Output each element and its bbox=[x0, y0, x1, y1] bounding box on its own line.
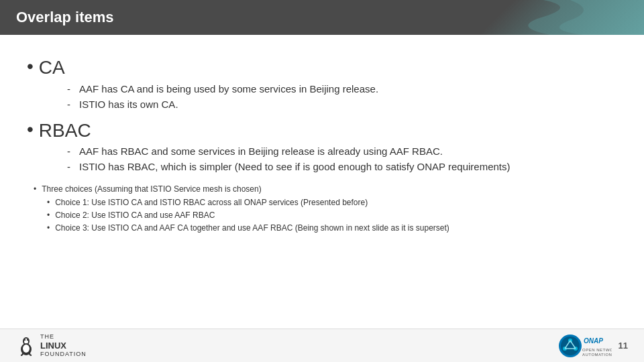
rbac-subbullets: - AAF has RBAC and some services in Beij… bbox=[67, 144, 617, 174]
choices-main-text: Three choices (Assuming that ISTIO Servi… bbox=[42, 183, 261, 195]
section-ca: • CA bbox=[27, 56, 617, 79]
onap-logo-icon: ONAP OPEN NETWORK AUTOMATION PLATFORM bbox=[558, 334, 612, 358]
section-rbac: • RBAC bbox=[27, 119, 617, 142]
svg-text:OPEN NETWORK: OPEN NETWORK bbox=[582, 348, 612, 352]
linux-foundation-icon bbox=[16, 336, 36, 356]
footer-left: THE LINUX FOUNDATION bbox=[16, 333, 87, 358]
ca-subbullets: - AAF has CA and is being used by some s… bbox=[67, 82, 617, 111]
slide-footer: THE LINUX FOUNDATION ONAP OPEN NE bbox=[0, 328, 644, 362]
choices-main: • Three choices (Assuming that ISTIO Ser… bbox=[34, 183, 617, 195]
lf-foundation: FOUNDATION bbox=[40, 351, 87, 358]
footer-right: ONAP OPEN NETWORK AUTOMATION PLATFORM 11 bbox=[558, 334, 628, 358]
svg-point-6 bbox=[27, 339, 28, 340]
ca-subitem-1: - AAF has CA and is being used by some s… bbox=[67, 82, 617, 96]
slide-header: Overlap items bbox=[0, 0, 644, 35]
choice-2-text: Choice 2: Use ISTIO CA and use AAF RBAC bbox=[55, 209, 215, 221]
bullet-dot-choice2: • bbox=[47, 209, 50, 221]
bullet-dot-choice1: • bbox=[47, 196, 50, 208]
dash-icon-3: - bbox=[67, 144, 74, 158]
rbac-subitem-1: - AAF has RBAC and some services in Beij… bbox=[67, 144, 617, 158]
ca-subitem-1-text: AAF has CA and is being used by some ser… bbox=[79, 82, 378, 96]
ca-subitem-2: - ISTIO has its own CA. bbox=[67, 97, 617, 111]
choice-3-text: Choice 3: Use ISTIO CA and AAF CA togeth… bbox=[55, 222, 449, 234]
bullet-dot-choice3: • bbox=[47, 222, 50, 234]
ca-subitem-2-text: ISTIO has its own CA. bbox=[79, 97, 178, 111]
dash-icon-1: - bbox=[67, 82, 74, 96]
dash-icon-4: - bbox=[67, 160, 74, 174]
choice-3: • Choice 3: Use ISTIO CA and AAF CA toge… bbox=[47, 222, 617, 234]
choice-1: • Choice 1: Use ISTIO CA and ISTIO RBAC … bbox=[47, 196, 617, 208]
slide-title: Overlap items bbox=[16, 9, 114, 26]
section-rbac-heading: RBAC bbox=[39, 119, 91, 142]
choice-1-text: Choice 1: Use ISTIO CA and ISTIO RBAC ac… bbox=[55, 196, 368, 208]
svg-text:AUTOMATION PLATFORM: AUTOMATION PLATFORM bbox=[582, 353, 612, 357]
bullet-dot-choices: • bbox=[34, 183, 36, 195]
section-ca-heading: CA bbox=[39, 56, 65, 79]
lf-linux: LINUX bbox=[40, 341, 87, 351]
lf-the: THE bbox=[40, 333, 87, 341]
page-number: 11 bbox=[619, 341, 628, 351]
bullet-dot-ca: • bbox=[27, 56, 34, 77]
svg-text:ONAP: ONAP bbox=[584, 337, 603, 345]
svg-point-4 bbox=[23, 345, 30, 353]
choice-2: • Choice 2: Use ISTIO CA and use AAF RBA… bbox=[47, 209, 617, 221]
dash-icon-2: - bbox=[67, 97, 74, 111]
rbac-subitem-2-text: ISTIO has RBAC, which is simpler (Need t… bbox=[79, 160, 511, 174]
rbac-subitem-2: - ISTIO has RBAC, which is simpler (Need… bbox=[67, 160, 617, 174]
onap-logo: ONAP OPEN NETWORK AUTOMATION PLATFORM bbox=[558, 334, 612, 358]
linux-foundation-text: THE LINUX FOUNDATION bbox=[40, 333, 87, 358]
slide-content: • CA - AAF has CA and is being used by s… bbox=[0, 35, 644, 328]
choices-nested: • Choice 1: Use ISTIO CA and ISTIO RBAC … bbox=[47, 196, 617, 234]
svg-point-5 bbox=[24, 339, 25, 340]
choices-section: • Three choices (Assuming that ISTIO Ser… bbox=[34, 183, 617, 234]
bullet-dot-rbac: • bbox=[27, 119, 34, 140]
rbac-subitem-1-text: AAF has RBAC and some services in Beijin… bbox=[79, 144, 443, 158]
linux-foundation-logo: THE LINUX FOUNDATION bbox=[16, 333, 87, 358]
